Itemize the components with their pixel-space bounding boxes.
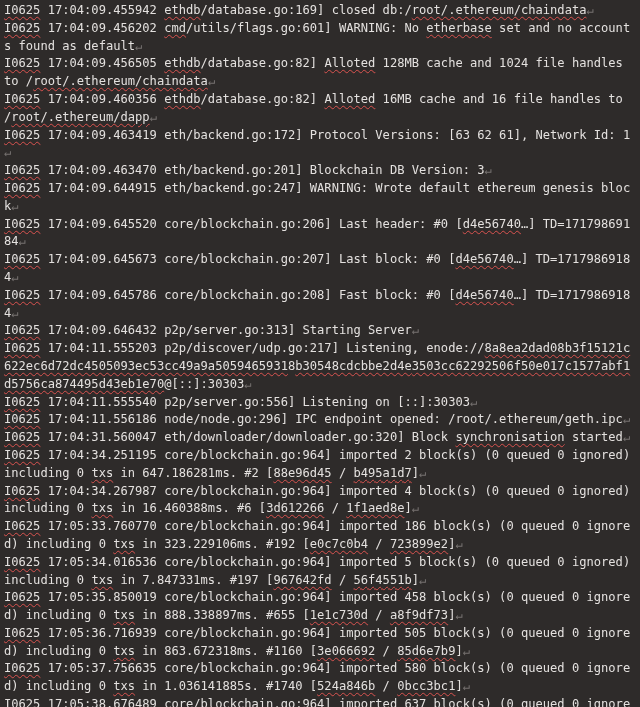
log-line: I0625 17:04:09.644915 eth/backend.go:247… <box>4 180 636 216</box>
log-line: I0625 17:04:34.267987 core/blockchain.go… <box>4 483 636 519</box>
log-line: I0625 17:04:11.555203 p2p/discover/udp.g… <box>4 340 636 393</box>
log-line: I0625 17:04:09.460356 ethdb/database.go:… <box>4 91 636 127</box>
log-line: I0625 17:04:09.645673 core/blockchain.go… <box>4 251 636 287</box>
log-line: I0625 17:04:09.455942 ethdb/database.go:… <box>4 2 636 20</box>
log-line: I0625 17:04:09.645520 core/blockchain.go… <box>4 216 636 252</box>
log-line: I0625 17:05:37.756635 core/blockchain.go… <box>4 660 636 696</box>
log-line: I0625 17:04:09.456505 ethdb/database.go:… <box>4 55 636 91</box>
log-output: I0625 17:04:09.455942 ethdb/database.go:… <box>4 2 636 707</box>
log-line: I0625 17:05:36.716939 core/blockchain.go… <box>4 625 636 661</box>
log-line: I0625 17:05:34.016536 core/blockchain.go… <box>4 554 636 590</box>
log-line: I0625 17:05:38.676489 core/blockchain.go… <box>4 696 636 707</box>
log-line: I0625 17:04:09.646432 p2p/server.go:313]… <box>4 322 636 340</box>
log-line: I0625 17:04:11.555540 p2p/server.go:556]… <box>4 394 636 412</box>
log-line: I0625 17:04:09.463470 eth/backend.go:201… <box>4 162 636 180</box>
log-line: I0625 17:05:33.760770 core/blockchain.go… <box>4 518 636 554</box>
log-line: I0625 17:04:09.645786 core/blockchain.go… <box>4 287 636 323</box>
log-line: I0625 17:04:34.251195 core/blockchain.go… <box>4 447 636 483</box>
log-line: I0625 17:05:35.850019 core/blockchain.go… <box>4 589 636 625</box>
log-line: I0625 17:04:31.560047 eth/downloader/dow… <box>4 429 636 447</box>
log-line: I0625 17:04:11.556186 node/node.go:296] … <box>4 411 636 429</box>
log-line: I0625 17:04:09.456202 cmd/utils/flags.go… <box>4 20 636 56</box>
log-line: I0625 17:04:09.463419 eth/backend.go:172… <box>4 127 636 163</box>
